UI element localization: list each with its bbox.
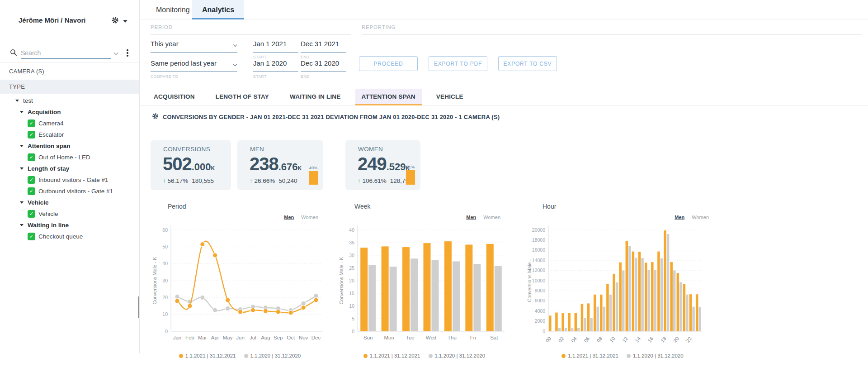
compare-start-field[interactable]: Jan 1 2020 [253, 59, 298, 72]
tree-item-outbound-visitors[interactable]: ✓ Outbound visitors - Gate #1 [0, 186, 139, 197]
compare-preset-select[interactable]: Same period last year [151, 59, 237, 72]
legend-women-toggle[interactable]: Women [483, 215, 500, 220]
sidebar-kebab-menu-icon[interactable] [127, 49, 128, 58]
tree-item-label: Vehicle [38, 210, 58, 217]
delta-percent: 56.17% [168, 177, 189, 184]
tree-group-length-of-stay[interactable]: Length of stay [0, 163, 139, 174]
proceed-button[interactable]: PROCEED [359, 56, 418, 71]
tree-caret-icon[interactable] [20, 224, 24, 226]
stat-card-delta: ↑ 106.61% 128,754 [358, 177, 412, 184]
subtab-vehicle[interactable]: VEHICLE [430, 89, 470, 105]
svg-text:16: 16 [647, 336, 655, 344]
stat-card-delta: ↑ 56.17% 180,555 [163, 177, 214, 184]
search-input[interactable] [21, 47, 111, 59]
report-settings-gear-icon[interactable] [152, 113, 159, 121]
chart-title: Hour [542, 203, 720, 210]
export-pdf-button[interactable]: EXPORT TO PDF [429, 56, 487, 71]
sidebar: Jérôme Möri / Navori CAMERA (S) TYPE tes… [0, 0, 139, 382]
svg-text:6000: 6000 [535, 298, 546, 303]
tree-caret-icon[interactable] [20, 167, 24, 170]
tree-group-acquisition[interactable]: Acquisition [0, 106, 139, 118]
checkbox-checked-icon[interactable]: ✓ [28, 131, 35, 138]
period-start-field[interactable]: Jan 1 2021 [253, 40, 298, 53]
series-dot-2020 [244, 354, 248, 358]
tree-item-out-of-home-led[interactable]: ✓ Out of Home - LED [0, 152, 139, 163]
stat-value-unit: K [211, 165, 215, 172]
checkbox-checked-icon[interactable]: ✓ [28, 210, 35, 218]
tree-group-label: Attention span [28, 143, 71, 149]
svg-text:Mar: Mar [198, 335, 207, 340]
svg-text:Dec: Dec [311, 335, 321, 340]
tree-caret-icon[interactable] [20, 145, 24, 147]
tree-item-inbound-visitors[interactable]: ✓ Inbound visitors - Gate #1 [0, 174, 139, 186]
period-line-chart[interactable]: 0102030405060JanFebMarAprMayJunJulAugSep… [151, 218, 327, 352]
tab-monitoring[interactable]: Monitoring [146, 0, 200, 19]
period-end-field[interactable]: Dec 31 2021 [301, 40, 346, 53]
subtab-attention-span[interactable]: ATTENTION SPAN [355, 89, 422, 105]
legend-men-toggle[interactable]: Men [284, 215, 294, 220]
svg-text:10: 10 [162, 311, 168, 317]
legend-women-toggle[interactable]: Women [692, 215, 709, 220]
chart-series-legend: 1.1.2021 | 31.12.2021 1.1.2020 | 31.12.2… [525, 353, 720, 358]
subtab-acquisition[interactable]: ACQUISITION [147, 89, 201, 105]
svg-text:Oct: Oct [287, 335, 295, 340]
legend-men-toggle[interactable]: Men [466, 215, 476, 220]
top-tab-bar: Monitoring Analytics [140, 0, 868, 19]
up-arrow-icon: ↑ [163, 177, 166, 184]
svg-text:Aug: Aug [261, 335, 270, 340]
tree-caret-icon[interactable] [15, 100, 19, 102]
tree-group-attention-span[interactable]: Attention span [0, 140, 139, 152]
stat-card-title: CONVERSIONS [163, 146, 210, 153]
svg-text:Conversions Male - K: Conversions Male - K [152, 257, 157, 305]
week-bar-chart[interactable]: 0510152025303540SunMonTueWedThuFriSatCon… [337, 218, 509, 352]
chevron-down-icon [233, 62, 237, 66]
checkbox-checked-icon[interactable]: ✓ [28, 119, 35, 127]
gender-share-indicator: 49% [309, 166, 318, 185]
subtab-waiting-in-line[interactable]: WAITING IN LINE [283, 89, 347, 105]
tree-item-escalator[interactable]: ✓ Escalator [0, 129, 139, 140]
tree-caret-icon[interactable] [20, 111, 24, 113]
user-menu-chevron-down-icon[interactable] [123, 20, 127, 23]
checkbox-checked-icon[interactable]: ✓ [28, 233, 35, 240]
type-row[interactable]: TYPE [0, 80, 139, 94]
checkbox-checked-icon[interactable]: ✓ [28, 153, 35, 161]
svg-text:Sep: Sep [274, 335, 283, 340]
checkbox-checked-icon[interactable]: ✓ [28, 176, 35, 184]
svg-text:Jan: Jan [173, 335, 182, 340]
checkbox-checked-icon[interactable]: ✓ [28, 187, 35, 195]
tree-item-vehicle[interactable]: ✓ Vehicle [0, 208, 139, 220]
stat-card-women: WOMEN 249.529K ↑ 106.61% 128,754 51% [345, 140, 420, 190]
main-content: Monitoring Analytics PERIOD REPORTING Th… [140, 0, 868, 382]
up-arrow-icon: ↑ [358, 177, 361, 184]
period-section-label: PERIOD [151, 24, 173, 30]
svg-text:Mon: Mon [384, 335, 394, 340]
svg-text:25: 25 [349, 265, 354, 271]
tree-item-checkout-queue[interactable]: ✓ Checkout queue [0, 231, 139, 242]
period-preset-select[interactable]: This year [151, 40, 237, 53]
svg-text:02: 02 [557, 336, 565, 344]
sidebar-scrollbar[interactable] [138, 296, 139, 318]
tree-group-vehicle[interactable]: Vehicle [0, 197, 139, 208]
hour-bar-chart[interactable]: 0200040006000800010000120001400016000180… [525, 218, 706, 352]
stat-value-decimal: .676 [278, 161, 298, 173]
tree-caret-icon[interactable] [20, 201, 24, 204]
export-csv-button[interactable]: EXPORT TO CSV [498, 56, 557, 71]
settings-gear-icon[interactable] [111, 16, 119, 26]
compare-end-field[interactable]: Dec 31 2020 [301, 59, 346, 72]
delta-absolute: 180,555 [192, 177, 214, 184]
tree-item-camera4[interactable]: ✓ Camera4 [0, 118, 139, 129]
stat-card-delta: ↑ 26.66% 50,240 [250, 177, 297, 184]
legend-men-toggle[interactable]: Men [675, 215, 684, 220]
search-chevron-down-icon[interactable] [114, 51, 118, 55]
stat-card-conversions: CONVERSIONS 502.000K ↑ 56.17% 180,555 [151, 140, 231, 190]
svg-text:May: May [223, 335, 233, 340]
legend-women-toggle[interactable]: Women [301, 215, 318, 220]
svg-text:Conversions Male -: Conversions Male - [527, 259, 532, 302]
tree-item-label: Out of Home - LED [38, 154, 90, 161]
stat-value-decimal: .529 [387, 161, 406, 173]
tree-node-test[interactable]: test [0, 95, 139, 106]
analytics-subtab-bar: ACQUISITION LENGTH OF STAY WAITING IN LI… [140, 89, 868, 105]
subtab-length-of-stay[interactable]: LENGTH OF STAY [209, 89, 275, 105]
tab-analytics[interactable]: Analytics [192, 0, 244, 19]
tree-group-waiting-in-line[interactable]: Waiting in line [0, 220, 139, 231]
